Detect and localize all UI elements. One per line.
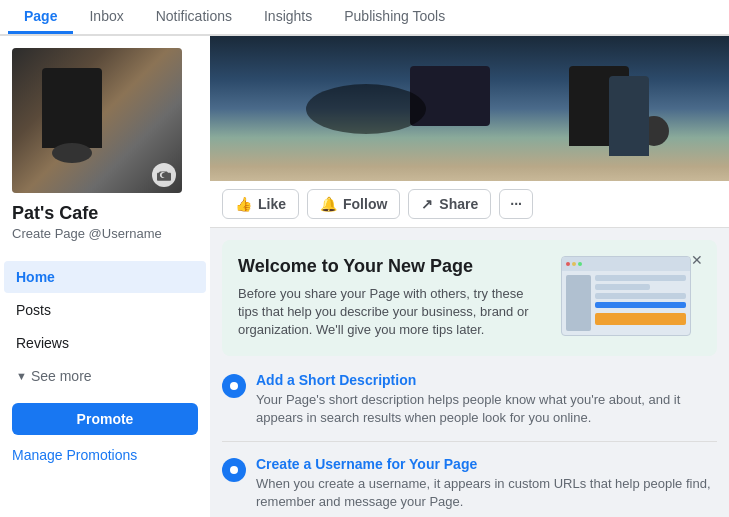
follow-button[interactable]: 🔔 Follow (307, 189, 400, 219)
chevron-down-icon: ▼ (16, 370, 27, 382)
see-more-button[interactable]: ▼ See more (4, 360, 206, 392)
browser-line-1 (595, 275, 686, 281)
tip-content-2: Create a Username for Your Page When you… (256, 456, 717, 511)
browser-line-2 (595, 284, 650, 290)
page-name: Pat's Cafe (12, 203, 198, 224)
more-button[interactable]: ··· (499, 189, 533, 219)
profile-section: Pat's Cafe Create Page @Username (0, 36, 210, 253)
tip-dot-2 (230, 466, 238, 474)
browser-dot-red (566, 262, 570, 266)
browser-dot-yellow (572, 262, 576, 266)
browser-bar (562, 257, 690, 271)
browser-line-3 (595, 293, 686, 299)
welcome-illustration (561, 256, 701, 340)
tip-item-2: Create a Username for Your Page When you… (222, 452, 717, 515)
page-layout: Pat's Cafe Create Page @Username Home Po… (0, 36, 729, 517)
sidebar-item-home[interactable]: Home (4, 261, 206, 293)
browser-dot-green (578, 262, 582, 266)
nav-tab-inbox[interactable]: Inbox (73, 0, 139, 34)
welcome-card: ✕ Welcome to Your New Page Before you sh… (222, 240, 717, 356)
profile-photo-container (12, 48, 182, 193)
manage-promotions-link[interactable]: Manage Promotions (0, 439, 210, 471)
share-icon: ↗ (421, 196, 433, 212)
tip-title-1[interactable]: Add a Short Description (256, 372, 717, 388)
tip-content-1: Add a Short Description Your Page's shor… (256, 372, 717, 427)
nav-tab-notifications[interactable]: Notifications (140, 0, 248, 34)
browser-mockup (561, 256, 691, 336)
action-bar: 👍 Like 🔔 Follow ↗ Share ··· (210, 181, 729, 228)
welcome-text-section: Welcome to Your New Page Before you shar… (238, 256, 545, 340)
tip-desc-1: Your Page's short description helps peop… (256, 391, 717, 427)
sidebar-item-posts[interactable]: Posts (4, 294, 206, 326)
welcome-layout: Welcome to Your New Page Before you shar… (238, 256, 701, 340)
nav-tab-insights[interactable]: Insights (248, 0, 328, 34)
divider-1 (222, 441, 717, 442)
cover-photo (210, 36, 729, 181)
tip-icon-1 (222, 374, 246, 398)
top-nav: Page Inbox Notifications Insights Publis… (0, 0, 729, 36)
browser-main-mock (595, 275, 686, 331)
sidebar: Pat's Cafe Create Page @Username Home Po… (0, 36, 210, 517)
welcome-description: Before you share your Page with others, … (238, 285, 545, 340)
browser-line-blue (595, 302, 686, 308)
browser-sidebar-mock (566, 275, 591, 331)
browser-body (562, 271, 690, 335)
tip-desc-2: When you create a username, it appears i… (256, 475, 717, 511)
main-content: 👍 Like 🔔 Follow ↗ Share ··· ✕ Welcome (210, 36, 729, 517)
tip-icon-2 (222, 458, 246, 482)
page-username[interactable]: Create Page @Username (12, 226, 198, 241)
nav-tab-publishing-tools[interactable]: Publishing Tools (328, 0, 461, 34)
tip-dot-1 (230, 382, 238, 390)
tip-title-2[interactable]: Create a Username for Your Page (256, 456, 717, 472)
like-icon: 👍 (235, 196, 252, 212)
share-button[interactable]: ↗ Share (408, 189, 491, 219)
follow-icon: 🔔 (320, 196, 337, 212)
like-button[interactable]: 👍 Like (222, 189, 299, 219)
nav-tab-page[interactable]: Page (8, 0, 73, 34)
promote-button[interactable]: Promote (12, 403, 198, 435)
camera-icon[interactable] (152, 163, 176, 187)
tip-item-1: Add a Short Description Your Page's shor… (222, 368, 717, 431)
sidebar-item-reviews[interactable]: Reviews (4, 327, 206, 359)
welcome-title: Welcome to Your New Page (238, 256, 545, 277)
browser-accent (595, 313, 686, 325)
camera-svg (157, 168, 171, 182)
sidebar-menu: Home Posts Reviews ▼ See more (0, 261, 210, 392)
